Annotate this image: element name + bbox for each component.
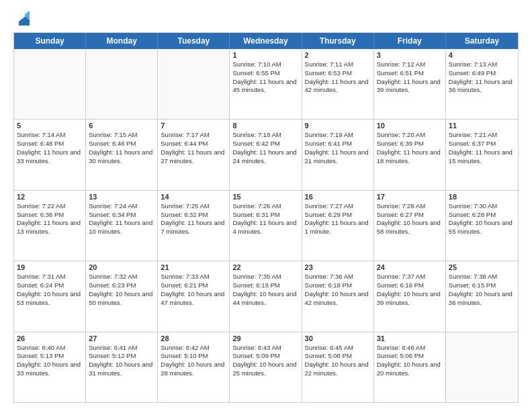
- day-number: 7: [161, 122, 226, 130]
- day-number: 17: [377, 193, 443, 201]
- cell-text: Sunrise: 7:21 AMSunset: 6:37 PMDaylight:…: [449, 131, 515, 165]
- cell-text: Sunrise: 6:46 AMSunset: 5:06 PMDaylight:…: [377, 344, 443, 378]
- cell-text: Sunrise: 6:40 AMSunset: 5:13 PMDaylight:…: [17, 344, 83, 378]
- table-row: 10Sunrise: 7:20 AMSunset: 6:39 PMDayligh…: [374, 120, 446, 189]
- day-number: 24: [377, 263, 443, 271]
- table-row: 8Sunrise: 7:18 AMSunset: 6:42 PMDaylight…: [230, 120, 302, 189]
- table-row: 7Sunrise: 7:17 AMSunset: 6:44 PMDaylight…: [158, 120, 230, 189]
- cell-text: Sunrise: 6:41 AMSunset: 5:12 PMDaylight:…: [89, 344, 154, 378]
- table-row: 18Sunrise: 7:30 AMSunset: 6:26 PMDayligh…: [446, 191, 518, 261]
- table-row: 17Sunrise: 7:28 AMSunset: 6:27 PMDayligh…: [374, 191, 446, 261]
- table-row: 30Sunrise: 6:45 AMSunset: 5:08 PMDayligh…: [302, 332, 374, 402]
- table-row: 1Sunrise: 7:10 AMSunset: 6:55 PMDaylight…: [230, 49, 302, 119]
- day-number: 22: [232, 263, 298, 271]
- table-row: 25Sunrise: 7:38 AMSunset: 6:15 PMDayligh…: [446, 261, 518, 331]
- day-number: 14: [161, 193, 226, 201]
- cell-text: Sunrise: 7:19 AMSunset: 6:41 PMDaylight:…: [305, 131, 371, 165]
- day-number: 18: [449, 193, 515, 201]
- cell-text: Sunrise: 7:28 AMSunset: 6:27 PMDaylight:…: [377, 202, 443, 236]
- table-row: [446, 332, 518, 402]
- page: Sunday Monday Tuesday Wednesday Thursday…: [0, 0, 532, 411]
- day-number: 11: [449, 122, 515, 130]
- table-row: 4Sunrise: 7:13 AMSunset: 6:49 PMDaylight…: [446, 49, 518, 119]
- cell-text: Sunrise: 7:32 AMSunset: 6:23 PMDaylight:…: [89, 273, 154, 307]
- cell-text: Sunrise: 7:13 AMSunset: 6:49 PMDaylight:…: [449, 60, 515, 95]
- day-number: 2: [305, 51, 371, 59]
- table-row: 19Sunrise: 7:31 AMSunset: 6:24 PMDayligh…: [14, 261, 86, 331]
- table-row: 28Sunrise: 6:42 AMSunset: 5:10 PMDayligh…: [158, 332, 230, 402]
- table-row: 2Sunrise: 7:11 AMSunset: 6:53 PMDaylight…: [302, 49, 374, 119]
- table-row: 31Sunrise: 6:46 AMSunset: 5:06 PMDayligh…: [374, 332, 446, 402]
- day-number: 1: [232, 51, 298, 59]
- calendar-row: 1Sunrise: 7:10 AMSunset: 6:55 PMDaylight…: [14, 49, 518, 119]
- calendar-header: Sunday Monday Tuesday Wednesday Thursday…: [14, 33, 518, 49]
- logo: [13, 11, 30, 26]
- header-monday: Monday: [86, 33, 158, 49]
- cell-text: Sunrise: 7:36 AMSunset: 6:18 PMDaylight:…: [305, 273, 371, 307]
- cell-text: Sunrise: 7:37 AMSunset: 6:16 PMDaylight:…: [377, 273, 443, 307]
- cell-text: Sunrise: 7:38 AMSunset: 6:15 PMDaylight:…: [449, 273, 515, 307]
- table-row: 11Sunrise: 7:21 AMSunset: 6:37 PMDayligh…: [446, 120, 518, 189]
- day-number: 16: [305, 193, 371, 201]
- day-number: 21: [161, 263, 226, 271]
- table-row: 15Sunrise: 7:26 AMSunset: 6:31 PMDayligh…: [230, 191, 302, 261]
- logo-icon: [15, 11, 30, 26]
- header-thursday: Thursday: [302, 33, 374, 49]
- calendar: Sunday Monday Tuesday Wednesday Thursday…: [13, 32, 519, 403]
- day-number: 23: [305, 263, 371, 271]
- header-tuesday: Tuesday: [158, 33, 230, 49]
- table-row: 20Sunrise: 7:32 AMSunset: 6:23 PMDayligh…: [86, 261, 158, 331]
- calendar-body: 1Sunrise: 7:10 AMSunset: 6:55 PMDaylight…: [14, 49, 518, 402]
- day-number: 25: [449, 263, 515, 271]
- table-row: [86, 49, 158, 119]
- calendar-row: 19Sunrise: 7:31 AMSunset: 6:24 PMDayligh…: [14, 261, 518, 331]
- table-row: 29Sunrise: 6:43 AMSunset: 5:09 PMDayligh…: [230, 332, 302, 402]
- calendar-row: 26Sunrise: 6:40 AMSunset: 5:13 PMDayligh…: [14, 332, 518, 402]
- table-row: 9Sunrise: 7:19 AMSunset: 6:41 PMDaylight…: [302, 120, 374, 189]
- day-number: 13: [89, 193, 154, 201]
- header-sunday: Sunday: [14, 33, 86, 49]
- cell-text: Sunrise: 7:33 AMSunset: 6:21 PMDaylight:…: [161, 273, 226, 307]
- cell-text: Sunrise: 7:17 AMSunset: 6:44 PMDaylight:…: [161, 131, 226, 165]
- header-friday: Friday: [374, 33, 446, 49]
- cell-text: Sunrise: 7:24 AMSunset: 6:34 PMDaylight:…: [89, 202, 154, 236]
- cell-text: Sunrise: 7:11 AMSunset: 6:53 PMDaylight:…: [305, 60, 371, 95]
- day-number: 29: [232, 334, 298, 342]
- day-number: 10: [377, 122, 443, 130]
- table-row: 5Sunrise: 7:14 AMSunset: 6:48 PMDaylight…: [14, 120, 86, 189]
- header-saturday: Saturday: [446, 33, 518, 49]
- day-number: 30: [305, 334, 371, 342]
- cell-text: Sunrise: 7:14 AMSunset: 6:48 PMDaylight:…: [17, 131, 83, 165]
- table-row: 22Sunrise: 7:35 AMSunset: 6:19 PMDayligh…: [230, 261, 302, 331]
- table-row: [158, 49, 230, 119]
- cell-text: Sunrise: 7:15 AMSunset: 6:46 PMDaylight:…: [89, 131, 154, 165]
- table-row: [14, 49, 86, 119]
- cell-text: Sunrise: 7:20 AMSunset: 6:39 PMDaylight:…: [377, 131, 443, 165]
- cell-text: Sunrise: 7:22 AMSunset: 6:36 PMDaylight:…: [17, 202, 83, 236]
- cell-text: Sunrise: 6:43 AMSunset: 5:09 PMDaylight:…: [232, 344, 298, 378]
- day-number: 8: [232, 122, 298, 130]
- calendar-row: 12Sunrise: 7:22 AMSunset: 6:36 PMDayligh…: [14, 190, 518, 261]
- cell-text: Sunrise: 6:42 AMSunset: 5:10 PMDaylight:…: [161, 344, 226, 378]
- day-number: 5: [17, 122, 83, 130]
- cell-text: Sunrise: 7:10 AMSunset: 6:55 PMDaylight:…: [232, 60, 298, 95]
- day-number: 12: [17, 193, 83, 201]
- day-number: 4: [449, 51, 515, 59]
- table-row: 24Sunrise: 7:37 AMSunset: 6:16 PMDayligh…: [374, 261, 446, 331]
- cell-text: Sunrise: 7:30 AMSunset: 6:26 PMDaylight:…: [449, 202, 515, 236]
- header-wednesday: Wednesday: [230, 33, 302, 49]
- day-number: 31: [377, 334, 443, 342]
- day-number: 9: [305, 122, 371, 130]
- cell-text: Sunrise: 7:27 AMSunset: 6:29 PMDaylight:…: [305, 202, 371, 236]
- day-number: 20: [89, 263, 154, 271]
- cell-text: Sunrise: 7:31 AMSunset: 6:24 PMDaylight:…: [17, 273, 83, 307]
- table-row: 14Sunrise: 7:25 AMSunset: 6:32 PMDayligh…: [158, 191, 230, 261]
- table-row: 21Sunrise: 7:33 AMSunset: 6:21 PMDayligh…: [158, 261, 230, 331]
- day-number: 27: [89, 334, 154, 342]
- cell-text: Sunrise: 7:12 AMSunset: 6:51 PMDaylight:…: [377, 60, 443, 95]
- cell-text: Sunrise: 6:45 AMSunset: 5:08 PMDaylight:…: [305, 344, 371, 378]
- table-row: 26Sunrise: 6:40 AMSunset: 5:13 PMDayligh…: [14, 332, 86, 402]
- table-row: 6Sunrise: 7:15 AMSunset: 6:46 PMDaylight…: [86, 120, 158, 189]
- header: [13, 11, 519, 26]
- calendar-row: 5Sunrise: 7:14 AMSunset: 6:48 PMDaylight…: [14, 119, 518, 189]
